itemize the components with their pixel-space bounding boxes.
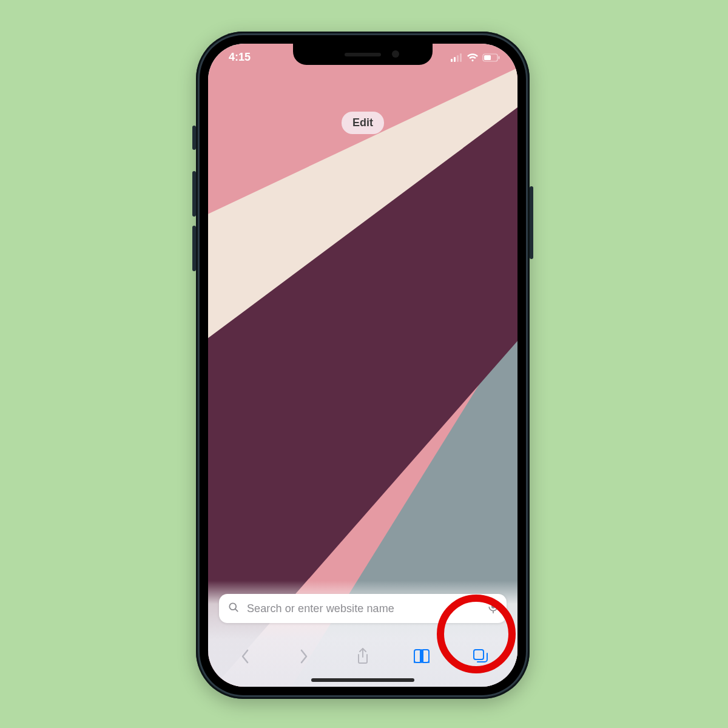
status-time: 4:15: [229, 51, 251, 64]
home-indicator[interactable]: [311, 678, 414, 682]
svg-line-11: [235, 609, 238, 612]
screen: 4:15 Edit: [208, 44, 517, 687]
share-button[interactable]: [349, 643, 376, 670]
wifi-icon: [467, 52, 479, 65]
bookmarks-button[interactable]: [408, 643, 435, 670]
status-bar: 4:15: [208, 50, 517, 67]
canvas: 4:15 Edit: [0, 0, 728, 728]
edit-start-page-button[interactable]: Edit: [342, 112, 384, 134]
back-button[interactable]: [232, 643, 258, 670]
svg-rect-4: [454, 57, 456, 62]
search-icon: [228, 601, 240, 616]
callout-circle: [437, 595, 516, 673]
svg-rect-5: [457, 55, 459, 62]
volume-up-button: [192, 171, 196, 217]
svg-rect-3: [451, 59, 453, 62]
power-button: [530, 186, 533, 259]
forward-button[interactable]: [291, 643, 317, 670]
battery-icon: [482, 52, 500, 65]
cellular-icon: [451, 52, 463, 65]
svg-rect-6: [460, 53, 462, 62]
svg-rect-9: [499, 56, 500, 59]
volume-down-button: [192, 226, 196, 271]
svg-rect-8: [484, 55, 491, 60]
mute-switch: [192, 126, 196, 150]
